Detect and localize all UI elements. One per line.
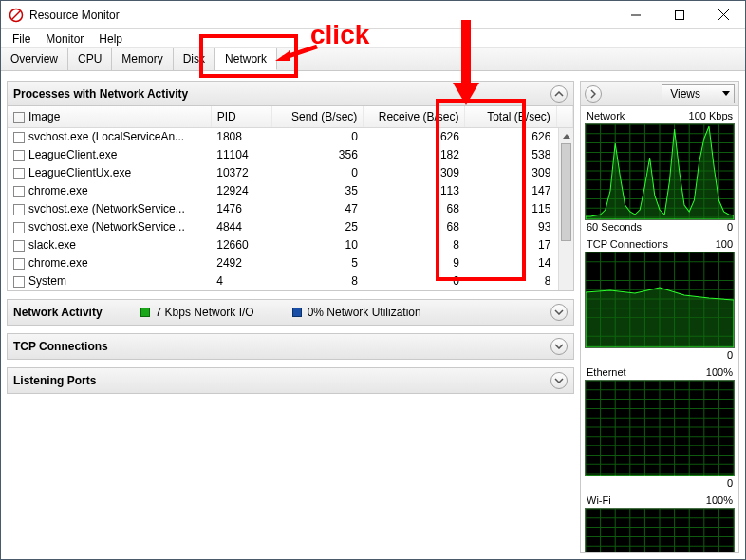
network-activity-io: 7 Kbps Network I/O xyxy=(140,306,254,319)
chevron-up-icon xyxy=(554,91,564,97)
processes-table-wrap: Image PID Send (B/sec) Receive (B/sec) T… xyxy=(8,106,573,290)
col-image[interactable]: Image xyxy=(8,106,211,128)
chart-foot-right: 0 xyxy=(727,349,733,361)
chart-tcp-connections: TCP Connections1000 xyxy=(585,238,735,364)
row-checkbox[interactable] xyxy=(13,150,25,161)
menu-file[interactable]: File xyxy=(5,30,38,47)
tab-overview[interactable]: Overview xyxy=(1,48,68,70)
svg-marker-6 xyxy=(722,91,730,96)
maximize-button[interactable] xyxy=(658,1,701,28)
util-swatch-icon xyxy=(292,308,302,317)
menu-monitor[interactable]: Monitor xyxy=(38,30,91,47)
chevron-down-icon xyxy=(554,309,564,315)
chart-ethernet: Ethernet100%0 xyxy=(585,366,735,493)
left-column: Processes with Network Activity Image PI… xyxy=(7,81,574,553)
panel-network-activity: Network Activity 7 Kbps Network I/O 0% N… xyxy=(7,299,574,326)
chart-network: Network100 Kbps60 Seconds0 xyxy=(585,110,735,236)
tabbar: Overview CPU Memory Disk Network xyxy=(1,48,745,71)
right-column: Views Network100 Kbps60 Seconds0TCP Conn… xyxy=(580,81,739,553)
table-row[interactable]: svchost.exe (LocalServiceAn...1808062662… xyxy=(8,128,573,146)
chart-title-label: TCP Connections xyxy=(587,238,668,250)
header-checkbox[interactable] xyxy=(13,112,25,123)
chart-max-label: 100% xyxy=(706,366,733,378)
processes-scrollbar[interactable] xyxy=(558,128,573,290)
panel-network-activity-title: Network Activity xyxy=(13,306,103,319)
col-total[interactable]: Total (B/sec) xyxy=(465,106,556,128)
charts-container: Network100 Kbps60 Seconds0TCP Connection… xyxy=(581,106,738,552)
chart-title-label: Ethernet xyxy=(587,366,626,378)
row-checkbox[interactable] xyxy=(13,168,25,179)
row-checkbox[interactable] xyxy=(13,276,25,288)
tab-cpu[interactable]: CPU xyxy=(68,48,112,70)
tab-disk[interactable]: Disk xyxy=(174,48,215,70)
chart-canvas xyxy=(585,252,735,348)
table-row[interactable]: System4808 xyxy=(8,272,573,290)
window-controls xyxy=(614,1,745,28)
panel-listening-title: Listening Ports xyxy=(13,374,96,387)
chart-title-label: Wi-Fi xyxy=(587,495,611,506)
table-row[interactable]: chrome.exe24925914 xyxy=(8,254,573,272)
collapse-sidebar-button[interactable] xyxy=(585,85,602,103)
row-checkbox[interactable] xyxy=(13,240,25,252)
processes-header-row: Image PID Send (B/sec) Receive (B/sec) T… xyxy=(8,106,573,128)
table-row[interactable]: chrome.exe1292435113147 xyxy=(8,182,573,200)
svg-line-1 xyxy=(12,11,20,19)
window-title: Resource Monitor xyxy=(29,9,614,22)
col-pid[interactable]: PID xyxy=(211,106,271,128)
menubar: File Monitor Help xyxy=(1,29,745,48)
minimize-button[interactable] xyxy=(614,1,658,28)
chart-foot-left: 60 Seconds xyxy=(587,221,642,233)
tab-memory[interactable]: Memory xyxy=(112,48,173,70)
expand-listening-button[interactable] xyxy=(550,372,568,389)
chart-wi-fi: Wi-Fi100% xyxy=(585,495,735,552)
titlebar[interactable]: Resource Monitor xyxy=(1,1,745,29)
network-activity-util: 0% Network Utilization xyxy=(292,306,421,319)
chart-max-label: 100 Kbps xyxy=(689,110,733,121)
app-icon xyxy=(9,8,24,23)
panel-listening-header[interactable]: Listening Ports xyxy=(8,368,573,393)
row-checkbox[interactable] xyxy=(13,186,25,197)
views-dropdown-arrow[interactable] xyxy=(718,91,734,96)
chevron-down-icon xyxy=(554,344,564,349)
panel-tcp-header[interactable]: TCP Connections xyxy=(8,334,573,359)
tab-network[interactable]: Network xyxy=(215,48,277,70)
table-row[interactable]: svchost.exe (NetworkService...4844256893 xyxy=(8,218,573,236)
panel-processes-header[interactable]: Processes with Network Activity xyxy=(8,82,573,106)
chart-canvas xyxy=(585,508,735,552)
col-send[interactable]: Send (B/sec) xyxy=(271,106,363,128)
col-receive[interactable]: Receive (B/sec) xyxy=(364,106,465,128)
svg-rect-3 xyxy=(676,10,684,19)
io-swatch-icon xyxy=(140,308,150,317)
table-row[interactable]: LeagueClientUx.exe103720309309 xyxy=(8,164,573,182)
resource-monitor-window: Resource Monitor File Monitor Help Overv… xyxy=(0,0,746,560)
row-checkbox[interactable] xyxy=(13,258,25,270)
row-checkbox[interactable] xyxy=(13,132,25,143)
panel-listening-ports: Listening Ports xyxy=(7,367,574,394)
collapse-processes-button[interactable] xyxy=(550,85,568,103)
chart-foot-right: 0 xyxy=(727,221,733,233)
body: Processes with Network Activity Image PI… xyxy=(1,71,745,559)
row-checkbox[interactable] xyxy=(13,222,25,233)
panel-processes: Processes with Network Activity Image PI… xyxy=(7,81,574,291)
chart-title-label: Network xyxy=(587,110,625,121)
scroll-thumb[interactable] xyxy=(561,143,571,241)
expand-tcp-button[interactable] xyxy=(550,338,568,355)
chart-canvas xyxy=(585,123,735,220)
table-row[interactable]: slack.exe1266010817 xyxy=(8,236,573,254)
panel-tcp-title: TCP Connections xyxy=(13,340,108,353)
processes-table: Image PID Send (B/sec) Receive (B/sec) T… xyxy=(8,106,573,290)
views-dropdown[interactable]: Views xyxy=(662,84,735,103)
table-row[interactable]: svchost.exe (NetworkService...1476476811… xyxy=(8,200,573,218)
scroll-up-button[interactable] xyxy=(559,128,573,143)
menu-help[interactable]: Help xyxy=(91,30,130,47)
row-checkbox[interactable] xyxy=(13,204,25,215)
close-button[interactable] xyxy=(701,1,745,28)
chart-max-label: 100% xyxy=(706,495,733,506)
expand-network-activity-button[interactable] xyxy=(550,304,568,321)
right-header: Views xyxy=(581,82,738,106)
views-label: Views xyxy=(662,87,718,101)
chart-canvas xyxy=(585,380,735,476)
table-row[interactable]: LeagueClient.exe11104356182538 xyxy=(8,146,573,164)
panel-network-activity-header[interactable]: Network Activity 7 Kbps Network I/O 0% N… xyxy=(8,300,573,325)
chevron-down-icon xyxy=(554,378,564,383)
